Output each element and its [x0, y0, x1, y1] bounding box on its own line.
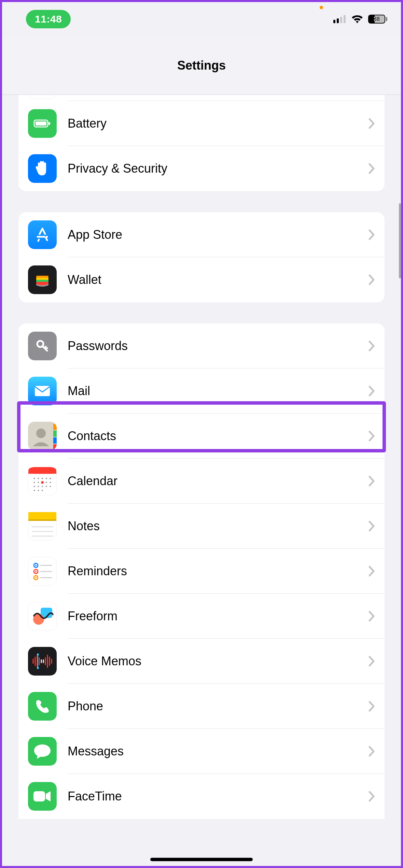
settings-row-reminders[interactable]: Reminders — [18, 549, 385, 594]
svg-point-34 — [42, 486, 43, 487]
svg-rect-42 — [28, 519, 56, 521]
settings-group-store: App Store — [18, 212, 385, 302]
row-label: Messages — [57, 744, 368, 758]
calendar-icon — [28, 467, 57, 495]
svg-rect-1 — [337, 18, 339, 23]
settings-row-appstore[interactable]: App Store — [18, 212, 385, 257]
chevron-right-icon — [368, 340, 375, 352]
envelope-icon — [28, 377, 57, 405]
svg-point-28 — [34, 482, 35, 483]
svg-rect-7 — [36, 121, 46, 126]
svg-point-40 — [41, 481, 44, 484]
row-label: Mail — [57, 384, 368, 398]
recording-indicator-dot — [320, 6, 323, 9]
settings-row-privacy[interactable]: Privacy & Security — [18, 146, 385, 191]
freeform-icon — [28, 602, 57, 631]
svg-rect-22 — [28, 471, 56, 474]
row-label: Contacts — [57, 429, 368, 443]
settings-row-calendar[interactable]: Calendar — [18, 459, 385, 504]
svg-rect-8 — [48, 122, 50, 125]
chevron-right-icon — [368, 385, 375, 397]
row-label: Privacy & Security — [57, 161, 368, 176]
row-label: Passwords — [57, 339, 368, 353]
contacts-icon — [28, 422, 57, 450]
home-indicator[interactable] — [150, 858, 253, 861]
status-time: 11:48 — [35, 13, 62, 25]
chevron-right-icon — [368, 274, 375, 286]
settings-row-freeform[interactable]: Freeform — [18, 594, 385, 639]
svg-rect-19 — [53, 437, 57, 444]
svg-point-47 — [35, 565, 37, 566]
chevron-right-icon — [368, 229, 375, 241]
chevron-right-icon — [368, 163, 375, 174]
svg-point-23 — [34, 478, 35, 479]
row-label: App Store — [57, 228, 368, 242]
svg-rect-3 — [344, 15, 346, 23]
row-label: Voice Memos — [57, 654, 368, 668]
settings-row-messages[interactable]: Messages — [18, 729, 385, 774]
settings-row-phone[interactable]: Phone — [18, 684, 385, 729]
settings-row-notes[interactable]: Notes — [18, 504, 385, 549]
chevron-right-icon — [368, 430, 375, 442]
settings-row-facetime[interactable]: FaceTime — [18, 774, 385, 819]
status-right: 38 — [333, 15, 387, 24]
battery-percent: 38 — [374, 16, 380, 22]
row-label: FaceTime — [57, 789, 368, 804]
svg-point-39 — [42, 490, 43, 491]
status-time-pill[interactable]: 11:48 — [26, 10, 71, 28]
chevron-right-icon — [368, 475, 375, 487]
svg-rect-70 — [33, 791, 45, 801]
settings-row-battery[interactable]: Battery — [18, 101, 385, 146]
chevron-right-icon — [368, 118, 375, 129]
facetime-icon — [28, 782, 57, 811]
wifi-icon — [351, 15, 363, 24]
svg-point-16 — [36, 429, 46, 438]
chevron-right-icon — [368, 610, 375, 622]
cellular-signal-icon — [333, 15, 346, 23]
svg-point-49 — [35, 571, 37, 572]
reminders-icon — [28, 557, 57, 585]
svg-point-32 — [34, 486, 35, 487]
svg-rect-2 — [340, 17, 342, 23]
row-label: Freeform — [57, 609, 368, 623]
svg-point-36 — [50, 486, 51, 487]
svg-point-30 — [46, 482, 47, 483]
settings-row-mail[interactable]: Mail — [18, 368, 385, 414]
svg-point-38 — [38, 490, 39, 491]
settings-row-wallet[interactable]: Wallet — [18, 257, 385, 302]
svg-point-29 — [38, 482, 39, 483]
row-label: Reminders — [57, 564, 368, 578]
messages-icon — [28, 737, 57, 766]
svg-point-24 — [38, 478, 39, 479]
scroll-indicator[interactable] — [399, 203, 401, 278]
settings-row-cutoff[interactable] — [18, 95, 385, 101]
svg-point-35 — [46, 486, 47, 487]
svg-point-33 — [38, 486, 39, 487]
svg-point-25 — [42, 478, 43, 479]
svg-rect-18 — [53, 431, 57, 437]
svg-point-26 — [46, 478, 47, 479]
settings-list[interactable]: Battery Privacy & Security — [2, 95, 401, 866]
chevron-right-icon — [368, 700, 375, 712]
svg-rect-0 — [333, 20, 335, 23]
phone-screen: 11:48 — [2, 2, 401, 866]
cutoff-icon — [28, 95, 57, 99]
chevron-right-icon — [368, 520, 375, 532]
chevron-right-icon — [368, 655, 375, 667]
chevron-right-icon — [368, 565, 375, 577]
svg-point-27 — [50, 478, 51, 479]
battery-icon: 38 — [368, 15, 387, 24]
settings-row-contacts[interactable]: Contacts — [18, 414, 385, 459]
hand-icon — [28, 154, 57, 183]
settings-row-voicememos[interactable]: Voice Memos — [18, 639, 385, 684]
row-label: Battery — [57, 116, 368, 131]
chevron-right-icon — [368, 746, 375, 757]
settings-row-passwords[interactable]: Passwords — [18, 323, 385, 368]
notes-icon — [28, 512, 57, 540]
battery-icon — [28, 109, 57, 138]
svg-point-31 — [50, 482, 51, 483]
settings-group-system2: Battery Privacy & Security — [18, 95, 385, 191]
row-label: Phone — [57, 699, 368, 713]
phone-icon — [28, 692, 57, 721]
svg-rect-14 — [35, 386, 50, 396]
